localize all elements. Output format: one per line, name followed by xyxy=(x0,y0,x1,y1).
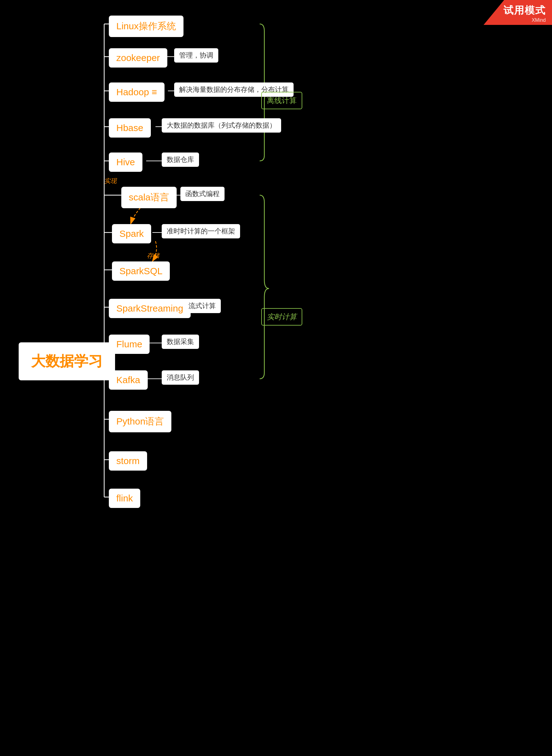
branch-kafka: Kafka xyxy=(109,370,148,390)
branch-spark: Spark xyxy=(112,224,151,243)
sublabel-kafka: 消息队列 xyxy=(162,370,199,385)
branch-hbase: Hbase xyxy=(109,118,151,137)
sublabel-spark: 准时时计算的一个框架 xyxy=(162,224,240,238)
branch-linux: Linux操作系统 xyxy=(109,16,183,37)
branch-hive: Hive xyxy=(109,152,142,172)
sublabel-hbase: 大数据的数据库（列式存储的数据） xyxy=(162,118,281,133)
trial-sub-text: XMind xyxy=(532,17,546,23)
annotation-ann-shixian: 实现 xyxy=(104,177,117,185)
sublabel-flume: 数据采集 xyxy=(162,335,199,349)
branch-zoo: zookeeper xyxy=(109,48,167,68)
branch-flume: Flume xyxy=(109,335,150,354)
branch-hadoop: Hadoop ≡ xyxy=(109,83,164,102)
sublabel-hive: 数据仓库 xyxy=(162,152,199,167)
branch-storm: storm xyxy=(109,451,147,470)
trial-main-text: 试用模式 xyxy=(504,4,546,17)
sublabel-zoo: 管理，协调 xyxy=(174,48,218,63)
group-offline: 离线计算 xyxy=(261,92,302,109)
branch-python: Python语言 xyxy=(109,411,171,432)
trial-badge: 试用模式 XMind xyxy=(484,0,552,25)
sublabel-scala: 函数式编程 xyxy=(180,187,225,201)
branch-scala: scala语言 xyxy=(121,187,177,208)
annotation-ann-cунчу: 存储 xyxy=(147,251,159,260)
group-realtime: 实时计算 xyxy=(261,308,302,326)
branch-sparksql: SparkSQL xyxy=(112,261,170,281)
sublabel-sparkst: 流式计算 xyxy=(183,299,221,313)
root-node: 大数据学习 xyxy=(19,342,115,380)
branch-sparkst: SparkStreaming xyxy=(109,299,191,318)
branch-flink: flink xyxy=(109,489,140,508)
